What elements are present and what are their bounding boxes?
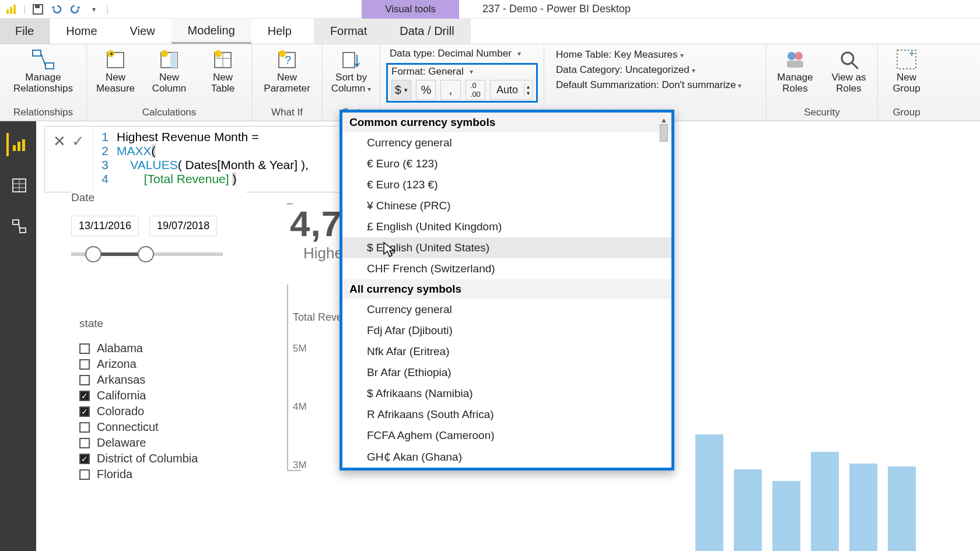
state-slicer[interactable]: state AlabamaArizonaArkansas✓California✓…	[79, 317, 266, 483]
checkbox-icon[interactable]	[79, 375, 90, 385]
bar[interactable]	[734, 469, 762, 551]
new-table-icon	[211, 48, 235, 71]
currency-option[interactable]: ¥ Chinese (PRC)	[342, 195, 671, 216]
data-type-dropdown[interactable]: Data type: Decimal Number▾	[386, 47, 538, 61]
save-icon[interactable]	[32, 3, 44, 16]
manage-roles-button[interactable]: Manage Roles	[772, 47, 818, 94]
new-column-button[interactable]: New Column	[146, 47, 192, 94]
formula-bar[interactable]: ✕ ✓ 1Highest Revenue Month = 2MAXX( 3 VA…	[44, 126, 348, 192]
date-slider-thumb-start[interactable]	[85, 246, 102, 262]
date-slider-track[interactable]	[71, 252, 223, 256]
currency-option[interactable]: FCFA Aghem (Cameroon)	[342, 425, 671, 446]
new-group-button[interactable]: + New Group	[884, 47, 929, 94]
svg-rect-36	[13, 220, 19, 224]
state-slicer-item[interactable]: Florida	[79, 468, 266, 481]
report-view-button[interactable]	[6, 133, 30, 156]
svg-point-25	[842, 52, 853, 64]
currency-format-button[interactable]: $ ▾	[391, 80, 411, 100]
help-tab[interactable]: Help	[251, 19, 308, 44]
sort-by-column-button[interactable]: Sort by Column▾	[328, 47, 374, 94]
redo-icon[interactable]	[69, 3, 82, 16]
currency-option[interactable]: Currency general	[342, 132, 671, 153]
state-slicer-item[interactable]: ✓Colorado	[79, 405, 266, 418]
formula-cancel-icon[interactable]: ✕	[53, 132, 66, 150]
currency-option[interactable]: $ Afrikaans (Namibia)	[342, 383, 671, 404]
date-to-input[interactable]: 19/07/2018	[149, 216, 217, 236]
sort-by-column-label: Sort by Column▾	[328, 72, 374, 94]
bar[interactable]	[811, 452, 839, 551]
state-slicer-item[interactable]: Alabama	[79, 342, 266, 355]
state-slicer-item[interactable]: ✓District of Columbia	[79, 452, 266, 465]
currency-option[interactable]: Fdj Afar (Djibouti)	[342, 320, 671, 341]
view-tab[interactable]: View	[114, 19, 172, 44]
bar[interactable]	[772, 481, 800, 551]
state-slicer-item[interactable]: Connecticut	[79, 420, 266, 434]
checkbox-icon[interactable]	[79, 469, 90, 480]
currency-format-dropdown[interactable]: Common currency symbols ▴ Currency gener…	[340, 110, 674, 471]
format-dropdown[interactable]: Format: General▾	[388, 65, 536, 79]
bar[interactable]	[695, 434, 723, 551]
data-view-button[interactable]	[6, 174, 30, 197]
checkbox-icon[interactable]	[79, 359, 90, 370]
dax-editor[interactable]: 1Highest Revenue Month = 2MAXX( 3 VALUES…	[93, 127, 309, 192]
currency-option[interactable]: € Euro (123 €)	[342, 174, 671, 195]
date-slider-thumb-end[interactable]	[138, 246, 154, 262]
file-tab[interactable]: File	[0, 19, 50, 44]
svg-rect-2	[13, 5, 16, 14]
date-from-input[interactable]: 13/11/2016	[71, 216, 139, 236]
svg-text:✦: ✦	[109, 51, 114, 57]
state-slicer-item[interactable]: ✓California	[79, 389, 266, 402]
view-as-roles-button[interactable]: View as Roles	[826, 47, 872, 94]
manage-roles-label: Manage Roles	[772, 72, 818, 94]
currency-option[interactable]: £ English (United Kingdom)	[342, 216, 671, 237]
formula-commit-icon[interactable]: ✓	[72, 132, 85, 150]
bar[interactable]	[888, 466, 916, 551]
format-tab[interactable]: Format	[314, 19, 383, 44]
new-table-button[interactable]: New Table	[200, 47, 246, 94]
currency-option[interactable]: Currency general	[342, 299, 671, 320]
state-slicer-item[interactable]: Arkansas	[79, 373, 266, 387]
new-measure-button[interactable]: ✦ New Measure	[93, 47, 138, 94]
currency-option[interactable]: Nfk Afar (Eritrea)	[342, 341, 671, 362]
spinner-up-icon[interactable]: ▴	[524, 83, 532, 90]
new-column-label: New Column	[146, 72, 192, 94]
ribbon-tabs: File Home View Modeling Help Format Data…	[0, 19, 980, 44]
home-table-dropdown[interactable]: Home Table: Key Measures▾	[556, 49, 754, 61]
currency-option[interactable]: GH₵ Akan (Ghana)	[342, 446, 671, 468]
new-parameter-button[interactable]: ? New Parameter	[258, 47, 316, 94]
dropdown-scrollbar[interactable]: ▴	[659, 116, 669, 142]
default-summarization-dropdown[interactable]: Default Summarization: Don't summarize▾	[556, 79, 754, 91]
checkbox-icon[interactable]: ✓	[79, 406, 90, 417]
svg-rect-21	[343, 52, 355, 68]
undo-icon[interactable]	[50, 3, 63, 16]
checkbox-icon[interactable]	[79, 438, 90, 448]
modeling-tab[interactable]: Modeling	[172, 19, 251, 44]
checkbox-icon[interactable]	[79, 343, 90, 354]
currency-option[interactable]: Br Afar (Ethiopia)	[342, 362, 671, 383]
qat-dropdown-icon[interactable]: ▾	[88, 3, 100, 16]
data-category-dropdown[interactable]: Data Category: Uncategorized▾	[556, 64, 754, 76]
decimal-places-spinner[interactable]: Auto ▴▾	[490, 80, 533, 100]
spinner-down-icon[interactable]: ▾	[524, 90, 532, 96]
manage-relationships-button[interactable]: Manage Relationships	[6, 47, 80, 94]
currency-option[interactable]: € Euro (€ 123)	[342, 153, 671, 174]
decimal-places-icon[interactable]: .0.00	[466, 80, 485, 100]
currency-option[interactable]: R Afrikaans (South Africa)	[342, 404, 671, 425]
state-slicer-item[interactable]: Arizona	[79, 357, 266, 371]
percent-format-button[interactable]: %	[416, 80, 436, 100]
model-view-button[interactable]	[6, 215, 30, 238]
checkbox-icon[interactable]: ✓	[79, 391, 90, 401]
svg-line-7	[41, 53, 46, 66]
thousands-separator-button[interactable]: ,	[440, 80, 460, 100]
checkbox-icon[interactable]	[79, 422, 90, 433]
data-drill-tab[interactable]: Data / Drill	[383, 19, 470, 44]
relationships-group-label: Relationships	[13, 107, 73, 121]
home-tab[interactable]: Home	[50, 19, 113, 44]
currency-option[interactable]: CHF French (Switzerland)	[342, 258, 671, 279]
state-slicer-item[interactable]: Delaware	[79, 436, 266, 450]
date-slicer[interactable]: Date 13/11/2016 19/07/2018	[71, 191, 246, 256]
svg-point-17	[215, 50, 222, 57]
state-label: Arkansas	[97, 373, 145, 387]
checkbox-icon[interactable]: ✓	[79, 454, 90, 464]
bar[interactable]	[849, 464, 877, 551]
